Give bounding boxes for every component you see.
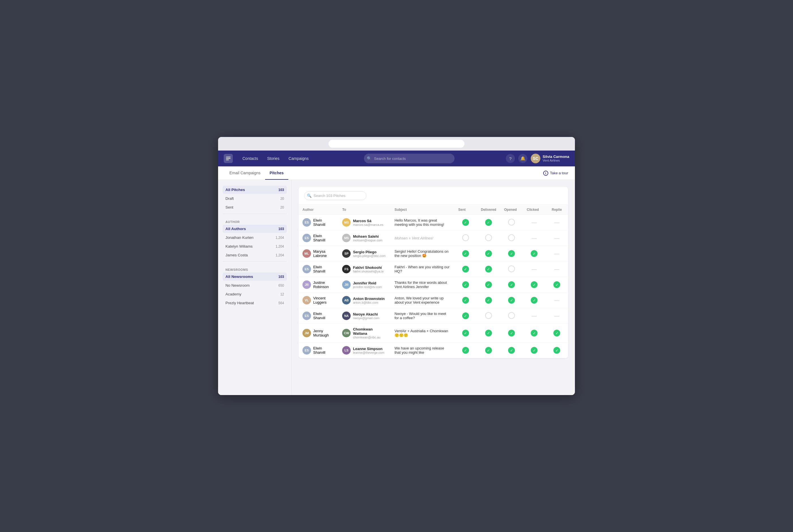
delivered-cell — [477, 230, 500, 246]
table-row[interactable]: ES Elwin Sharvill LS Leanne Simpson lean… — [298, 343, 568, 358]
sidebar-count: 103 — [278, 188, 284, 192]
status-check: ✓ — [485, 347, 492, 354]
to-email: nwoye@gmail.com — [353, 316, 379, 320]
author-cell: JR Justine Robinson — [298, 277, 338, 292]
sidebar-item-jonathan[interactable]: Jonathan Kurten 1,204 — [223, 233, 287, 242]
table-row[interactable]: VL Vincent Luggers AB Anton Brownstein a… — [298, 292, 568, 308]
subject-cell: VentAir + Austrialia + Chomkwan 🙂🙂🙂 — [390, 324, 454, 343]
to-name: Nwoye Akachi — [353, 312, 379, 316]
clicked-cell: — — [523, 215, 546, 230]
to-email: anton.b@bbc.com — [353, 301, 385, 304]
sidebar-count: 564 — [278, 301, 284, 305]
subject-cell: Fakhri - When are you visiting our HQ? — [390, 262, 454, 277]
content-area: 🔍 Author To Subject Sent Delivered Opene — [292, 180, 575, 395]
table-row[interactable]: ES Elwin Sharvill NA Nwoye Akachi nwoye@… — [298, 308, 568, 324]
subject-text: Fakhri - When are you visiting our HQ? — [394, 265, 449, 273]
sent-cell: ✓ — [454, 324, 477, 343]
author-name: Marysa Labrone — [313, 249, 334, 258]
table-row[interactable]: ES Elwin Sharvill FS Fakhri Shokoohi fak… — [298, 262, 568, 277]
delivered-cell — [477, 308, 500, 324]
subject-cell: We have an upcoming release that you mig… — [390, 343, 454, 358]
sent-cell: ✓ — [454, 215, 477, 230]
sidebar-item-all-authors[interactable]: All Authors 103 — [223, 225, 287, 233]
sidebar-item-all-pitches[interactable]: All Pitches 103 — [223, 186, 287, 194]
col-replied: Replie — [546, 205, 568, 215]
opened-cell — [500, 262, 523, 277]
user-name: Silvia Carmona — [542, 154, 569, 159]
to-email: fakhri.shokoohi@ya.ie — [353, 270, 384, 273]
nav-search-input[interactable] — [364, 154, 455, 163]
subject-text: VentAir + Austrialia + Chomkwan 🙂🙂🙂 — [394, 329, 448, 337]
table-header-row: Author To Subject Sent Delivered Opened … — [298, 205, 568, 215]
info-icon: i — [543, 171, 548, 176]
sent-cell: ✓ — [454, 292, 477, 308]
table-row[interactable]: ML Marysa Labrone SP Sergio Pliego sergi… — [298, 246, 568, 262]
take-tour-label: Take a tour — [550, 171, 568, 175]
subject-cell: Thanks for the nice words about Vent Air… — [390, 277, 454, 292]
user-avatar: SC — [531, 154, 540, 163]
sidebar-count: 103 — [278, 275, 284, 279]
tab-pitches[interactable]: Pitches — [265, 167, 288, 180]
sub-tabs: Email Campaigns Pitches i Take a tour — [218, 166, 575, 180]
to-cell: CW Chomkwan Wattana chomkwan@nbc.au — [338, 324, 390, 343]
delivered-cell: ✓ — [477, 215, 500, 230]
sidebar-count: 1,204 — [276, 236, 284, 240]
author-name: Elwin Sharvill — [313, 311, 334, 320]
status-check: ✓ — [531, 297, 537, 304]
help-button[interactable]: ? — [506, 154, 515, 163]
table-row[interactable]: JR Justine Robinson JR Jennifer Reid jen… — [298, 277, 568, 292]
replied-cell: — — [546, 246, 568, 262]
to-email: marcos.sa@marca.es — [353, 223, 383, 226]
sidebar-label: Draft — [225, 196, 234, 201]
user-company: Vent Airlines — [542, 159, 569, 163]
status-check: ✓ — [485, 281, 492, 288]
subject-cell: Anton, We loved your write up about your… — [390, 292, 454, 308]
sidebar-count: 1,204 — [276, 245, 284, 248]
pitch-search-wrapper: 🔍 — [304, 191, 367, 200]
sidebar-item-academy[interactable]: Academy 12 — [223, 290, 287, 298]
clicked-cell: ✓ — [523, 277, 546, 292]
table-row[interactable]: JM Jenny Murtaugh CW Chomkwan Wattana ch… — [298, 324, 568, 343]
main-layout: All Pitches 103 Draft 20 Sent 20 Author … — [218, 180, 575, 395]
sidebar-item-sent[interactable]: Sent 20 — [223, 203, 287, 211]
status-dash: — — [553, 219, 560, 226]
status-check: ✓ — [508, 250, 515, 257]
sidebar-label: All Authors — [225, 227, 246, 231]
address-bar[interactable] — [329, 140, 464, 148]
sidebar-label: All Pitches — [225, 188, 245, 192]
to-name: Jennifer Reid — [353, 281, 382, 285]
table-row[interactable]: ES Elwin Sharvill MS Mohsen Salehi mohse… — [298, 230, 568, 246]
replied-cell: ✓ — [546, 277, 568, 292]
sidebar-item-prezly[interactable]: Prezly Heartbeat 564 — [223, 299, 287, 307]
take-tour-link[interactable]: i Take a tour — [543, 171, 568, 176]
to-email: leanne@theverge.com — [353, 351, 384, 354]
tab-email-campaigns[interactable]: Email Campaigns — [225, 167, 265, 180]
sent-cell: ✓ — [454, 308, 477, 324]
author-avatar: ES — [302, 234, 311, 242]
status-check: ✓ — [485, 250, 492, 257]
replied-cell: — — [546, 262, 568, 277]
svg-rect-0 — [226, 157, 230, 157]
sidebar-item-no-newsroom[interactable]: No Newsroom 650 — [223, 281, 287, 289]
sidebar-item-all-newsrooms[interactable]: All Newsrooms 103 — [223, 272, 287, 281]
svg-rect-1 — [226, 158, 230, 159]
pitch-search-input[interactable] — [304, 191, 367, 200]
nav-search-icon: 🔍 — [367, 156, 372, 161]
notifications-button[interactable]: 🔔 — [518, 154, 527, 163]
to-avatar: FS — [342, 265, 351, 273]
author-cell: JM Jenny Murtaugh — [298, 324, 338, 343]
sidebar-item-james[interactable]: James Costa 1,204 — [223, 251, 287, 259]
table-row[interactable]: ES Elwin Sharvill MS Marcos Sá marcos.sa… — [298, 215, 568, 230]
author-name: Elwin Sharvill — [313, 218, 334, 227]
status-check: ✓ — [462, 347, 469, 354]
status-check: ✓ — [531, 281, 537, 288]
sidebar-item-draft[interactable]: Draft 20 — [223, 194, 287, 203]
author-cell: ES Elwin Sharvill — [298, 308, 338, 324]
nav-campaigns[interactable]: Campaigns — [284, 154, 313, 163]
nav-contacts[interactable]: Contacts — [238, 154, 262, 163]
status-empty — [508, 234, 515, 241]
newsrooms-section-label: Newsrooms — [223, 264, 287, 272]
user-menu[interactable]: SC Silvia Carmona Vent Airlines — [531, 154, 569, 163]
nav-stories[interactable]: Stories — [263, 154, 283, 163]
sidebar-item-katelyn[interactable]: Katelyn Wiliams 1,204 — [223, 242, 287, 250]
